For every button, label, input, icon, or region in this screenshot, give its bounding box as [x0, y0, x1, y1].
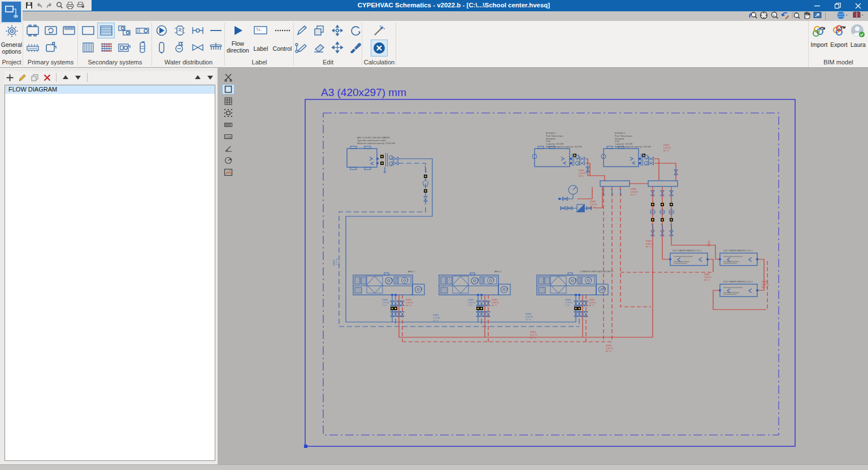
pump-small-tool[interactable] — [171, 40, 188, 55]
zoom-window-icon[interactable] — [791, 11, 801, 22]
fan-coil-tool[interactable] — [97, 23, 115, 38]
underfloor-heating-tool[interactable] — [97, 40, 115, 55]
select-rectangle-tool[interactable] — [222, 84, 235, 94]
duct-unit-tool[interactable] — [133, 23, 151, 38]
application-menu-button[interactable] — [1, 1, 21, 23]
full-screen-icon[interactable] — [813, 11, 822, 22]
rotate-view-tool[interactable] — [222, 155, 235, 166]
calculate-button[interactable] — [371, 40, 388, 56]
sheet-border — [305, 99, 795, 446]
diagram-list-toolbar — [5, 71, 215, 84]
scroll-down-button[interactable] — [205, 72, 215, 82]
match-properties-tool[interactable] — [346, 40, 364, 55]
flow-direction-icon — [231, 24, 245, 40]
sheet-margin — [323, 113, 779, 435]
label-button[interactable]: Tx.. Label — [253, 23, 269, 53]
manifold-tool[interactable] — [24, 40, 41, 55]
duct-coil-2 — [719, 253, 758, 266]
radiator-tool[interactable] — [79, 40, 97, 55]
background-image-tool[interactable] — [222, 167, 235, 177]
scale-tool[interactable]: 1.00 — [222, 132, 235, 142]
flow-direction-button[interactable]: Flow direction — [227, 23, 249, 54]
split-unit-tool[interactable] — [115, 23, 133, 38]
drawing-canvas[interactable]: A3 (420x297) mmAIR COOLED CHILLED WATERT… — [218, 68, 868, 464]
group-label-water: Water distribution — [152, 59, 225, 67]
pipe-fitting-tool[interactable] — [189, 23, 206, 38]
boiler-tool[interactable] — [42, 40, 59, 55]
expansion-vessel-tool[interactable] — [153, 40, 170, 55]
distributor-tool[interactable] — [207, 40, 224, 55]
chiller-tool[interactable] — [24, 23, 41, 38]
grid-tool[interactable] — [222, 96, 235, 106]
edit-diagram-button[interactable] — [17, 72, 27, 82]
pan-hand-icon[interactable] — [802, 11, 811, 22]
svg-text:DN250.28 l/s45 °C: DN250.28 l/s45 °C — [762, 280, 769, 289]
zoom-previous-icon[interactable] — [748, 11, 758, 22]
angle-tool[interactable] — [222, 143, 235, 154]
center-view-icon[interactable] — [759, 11, 769, 22]
edit-polyline-tool[interactable] — [292, 40, 310, 55]
copy-diagram-button[interactable] — [29, 72, 40, 82]
rotate-tool[interactable] — [346, 23, 364, 38]
zone-tool[interactable] — [79, 23, 97, 38]
valve-tool[interactable] — [189, 40, 206, 55]
svg-text:DN401.71 l/s7 °C: DN401.71 l/s7 °C — [468, 298, 475, 307]
maximize-button[interactable] — [827, 0, 848, 11]
manifold-1 — [600, 181, 630, 186]
condenser-tool[interactable] — [60, 23, 77, 38]
boiler2-label: BOILER-2Fuel: Natural gasStandardDutyCap… — [615, 132, 651, 148]
scroll-up-button[interactable] — [193, 72, 203, 82]
edit-pencil-tool[interactable] — [292, 23, 310, 38]
svg-text:Tx..: Tx.. — [256, 28, 262, 32]
snap-tool[interactable] — [222, 108, 235, 118]
redraw-icon[interactable] — [780, 11, 790, 22]
copy-tool[interactable] — [310, 23, 328, 38]
control-button[interactable]: Control — [272, 23, 292, 53]
minimize-button[interactable] — [807, 0, 827, 11]
canvas-toolbar: 1.00 — [221, 72, 236, 177]
add-diagram-button[interactable] — [5, 72, 15, 82]
ahu-tool[interactable] — [115, 40, 133, 55]
sheet-label: A3 (420x297) mm — [321, 86, 406, 98]
diagram-list[interactable]: FLOW DIAGRAM — [5, 85, 215, 461]
help-book-icon[interactable] — [852, 11, 865, 22]
eraser-tool[interactable] — [310, 40, 328, 55]
ribbon-group-project: General options Project — [0, 21, 23, 67]
move-up-button[interactable] — [60, 72, 71, 82]
cut-tool[interactable] — [222, 72, 235, 82]
update-results-tool[interactable] — [371, 23, 388, 38]
schematic-drawing: A3 (420x297) mmAIR COOLED CHILLED WATERT… — [218, 68, 868, 464]
manifold-2 — [648, 181, 678, 186]
move-down-button[interactable] — [73, 72, 83, 82]
delete-diagram-button[interactable] — [42, 72, 52, 82]
svg-text:1.00: 1.00 — [225, 136, 232, 139]
svg-text:DN501.04 l/s60 °C: DN501.04 l/s60 °C — [663, 143, 671, 152]
boiler-1 — [532, 146, 584, 167]
bim-export-button[interactable]: Export — [830, 23, 848, 49]
pipe-tool[interactable] — [207, 23, 224, 38]
save-icon[interactable] — [25, 1, 33, 10]
boiler1-label: BOILER-1Fuel: Natural gasStandardDutyCap… — [546, 132, 582, 148]
heating-water-pipes — [399, 159, 767, 342]
list-item[interactable]: FLOW DIAGRAM — [5, 85, 215, 94]
svg-text:DN401.71 l/s7 °C: DN401.71 l/s7 °C — [382, 298, 389, 307]
bim-user-button[interactable]: Laura — [850, 23, 866, 49]
svg-text:DN320.58 l/s60 °C: DN320.58 l/s60 °C — [589, 298, 596, 307]
pump-tool[interactable] — [153, 23, 170, 38]
language-globe-icon[interactable] — [836, 11, 849, 22]
close-button[interactable] — [848, 0, 868, 11]
move-tool[interactable] — [328, 40, 346, 55]
water-tank-tool[interactable] — [133, 40, 151, 55]
zoom-scale-icon[interactable]: ± — [770, 11, 779, 22]
dimension-tool[interactable] — [222, 120, 235, 130]
move-node-tool[interactable] — [328, 23, 346, 38]
duct-coil-1 — [669, 253, 708, 266]
coil3-label: DUCT WATER HEATING COIL-3 — [723, 281, 752, 283]
buffer-tank-tool[interactable] — [171, 23, 188, 38]
heat-pump-tool[interactable] — [42, 23, 59, 38]
bim-import-button[interactable]: Import — [810, 23, 828, 49]
status-bar — [0, 464, 868, 470]
svg-text:DN320.56 l/s45 °C: DN320.56 l/s45 °C — [704, 273, 711, 281]
svg-text:DN501.04 l/s60 °C: DN501.04 l/s60 °C — [606, 344, 613, 352]
general-options-button[interactable]: General options — [1, 23, 22, 55]
